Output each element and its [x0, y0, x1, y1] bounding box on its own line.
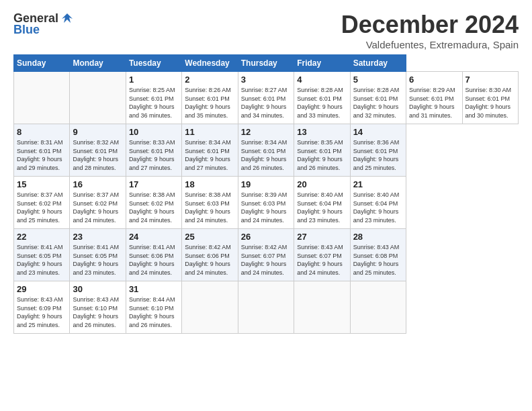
- day-cell-29: 29Sunrise: 8:43 AMSunset: 6:09 PMDayligh…: [14, 281, 70, 334]
- day-cell-6: 6Sunrise: 8:29 AMSunset: 6:01 PMDaylight…: [406, 72, 462, 124]
- empty-cell: [70, 72, 126, 124]
- day-cell-21: 21Sunrise: 8:40 AMSunset: 6:04 PMDayligh…: [350, 177, 406, 229]
- day-cell-24: 24Sunrise: 8:41 AMSunset: 6:06 PMDayligh…: [126, 229, 181, 281]
- day-cell-30: 30Sunrise: 8:43 AMSunset: 6:10 PMDayligh…: [70, 281, 126, 334]
- calendar-table: SundayMondayTuesdayWednesdayThursdayFrid…: [13, 54, 519, 334]
- day-cell-19: 19Sunrise: 8:39 AMSunset: 6:03 PMDayligh…: [238, 177, 294, 229]
- col-header-saturday: Saturday: [350, 55, 406, 72]
- day-cell-22: 22Sunrise: 8:41 AMSunset: 6:05 PMDayligh…: [14, 229, 70, 281]
- location-subtitle: Valdefuentes, Extremadura, Spain: [341, 39, 519, 50]
- header-row: SundayMondayTuesdayWednesdayThursdayFrid…: [14, 55, 519, 72]
- week-row-3: 15Sunrise: 8:37 AMSunset: 6:02 PMDayligh…: [14, 177, 519, 229]
- week-row-5: 29Sunrise: 8:43 AMSunset: 6:09 PMDayligh…: [14, 281, 519, 334]
- col-header-thursday: Thursday: [238, 55, 294, 72]
- empty-cell: [294, 281, 350, 334]
- day-cell-3: 3Sunrise: 8:27 AMSunset: 6:01 PMDaylight…: [238, 72, 294, 124]
- week-row-2: 8Sunrise: 8:31 AMSunset: 6:01 PMDaylight…: [14, 124, 519, 177]
- title-area: December 2024 Valdefuentes, Extremadura,…: [341, 11, 519, 50]
- col-header-friday: Friday: [294, 55, 350, 72]
- day-cell-11: 11Sunrise: 8:34 AMSunset: 6:01 PMDayligh…: [182, 124, 238, 177]
- day-cell-8: 8Sunrise: 8:31 AMSunset: 6:01 PMDaylight…: [14, 124, 70, 177]
- col-header-sunday: Sunday: [14, 55, 70, 72]
- svg-marker-0: [62, 13, 73, 23]
- header: General Blue December 2024 Valdefuentes,…: [13, 11, 519, 50]
- day-cell-20: 20Sunrise: 8:40 AMSunset: 6:04 PMDayligh…: [294, 177, 350, 229]
- day-cell-4: 4Sunrise: 8:28 AMSunset: 6:01 PMDaylight…: [294, 72, 350, 124]
- day-cell-18: 18Sunrise: 8:38 AMSunset: 6:03 PMDayligh…: [182, 177, 238, 229]
- week-row-4: 22Sunrise: 8:41 AMSunset: 6:05 PMDayligh…: [14, 229, 519, 281]
- empty-cell: [14, 72, 70, 124]
- page: General Blue December 2024 Valdefuentes,…: [0, 0, 532, 340]
- col-header-tuesday: Tuesday: [126, 55, 181, 72]
- month-title: December 2024: [341, 11, 519, 39]
- day-cell-28: 28Sunrise: 8:43 AMSunset: 6:08 PMDayligh…: [350, 229, 406, 281]
- day-cell-16: 16Sunrise: 8:37 AMSunset: 6:02 PMDayligh…: [70, 177, 126, 229]
- day-cell-15: 15Sunrise: 8:37 AMSunset: 6:02 PMDayligh…: [14, 177, 70, 229]
- empty-cell: [182, 281, 238, 334]
- day-cell-27: 27Sunrise: 8:43 AMSunset: 6:07 PMDayligh…: [294, 229, 350, 281]
- logo: General Blue: [13, 11, 75, 37]
- day-cell-31: 31Sunrise: 8:44 AMSunset: 6:10 PMDayligh…: [126, 281, 181, 334]
- day-cell-23: 23Sunrise: 8:41 AMSunset: 6:05 PMDayligh…: [70, 229, 126, 281]
- empty-cell: [350, 281, 406, 334]
- day-cell-26: 26Sunrise: 8:42 AMSunset: 6:07 PMDayligh…: [238, 229, 294, 281]
- col-header-monday: Monday: [70, 55, 126, 72]
- logo-bird-icon: [60, 11, 75, 26]
- day-cell-12: 12Sunrise: 8:34 AMSunset: 6:01 PMDayligh…: [238, 124, 294, 177]
- day-cell-10: 10Sunrise: 8:33 AMSunset: 6:01 PMDayligh…: [126, 124, 181, 177]
- day-cell-5: 5Sunrise: 8:28 AMSunset: 6:01 PMDaylight…: [350, 72, 406, 124]
- day-cell-13: 13Sunrise: 8:35 AMSunset: 6:01 PMDayligh…: [294, 124, 350, 177]
- day-cell-17: 17Sunrise: 8:38 AMSunset: 6:02 PMDayligh…: [126, 177, 181, 229]
- week-row-1: 1Sunrise: 8:25 AMSunset: 6:01 PMDaylight…: [14, 72, 519, 124]
- col-header-wednesday: Wednesday: [182, 55, 238, 72]
- day-cell-9: 9Sunrise: 8:32 AMSunset: 6:01 PMDaylight…: [70, 124, 126, 177]
- day-cell-25: 25Sunrise: 8:42 AMSunset: 6:06 PMDayligh…: [182, 229, 238, 281]
- day-cell-1: 1Sunrise: 8:25 AMSunset: 6:01 PMDaylight…: [126, 72, 181, 124]
- day-cell-7: 7Sunrise: 8:30 AMSunset: 6:01 PMDaylight…: [462, 72, 519, 124]
- empty-cell: [238, 281, 294, 334]
- day-cell-14: 14Sunrise: 8:36 AMSunset: 6:01 PMDayligh…: [350, 124, 406, 177]
- day-cell-2: 2Sunrise: 8:26 AMSunset: 6:01 PMDaylight…: [182, 72, 238, 124]
- logo-blue: Blue: [13, 23, 40, 37]
